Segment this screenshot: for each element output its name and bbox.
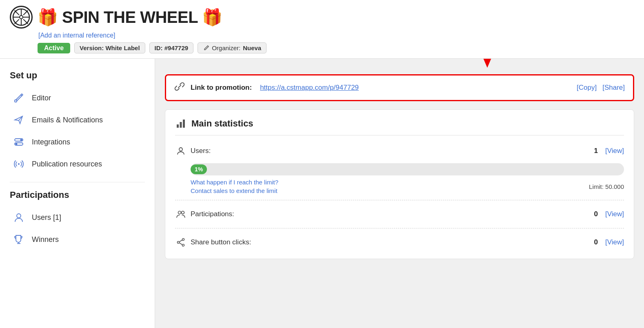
sidebar-item-label: Editor bbox=[32, 94, 51, 102]
stats-title: Main statistics bbox=[191, 118, 253, 129]
share-clicks-label: Share button clicks: bbox=[191, 238, 590, 246]
stats-divider bbox=[175, 135, 624, 135]
pencil-icon bbox=[12, 91, 25, 104]
participations-section-title: Participations bbox=[10, 190, 145, 200]
participations-section: Participations Users [1] bbox=[10, 190, 145, 250]
participations-value: 0 bbox=[594, 210, 598, 218]
organizer-tag: Organizer: Nueva bbox=[198, 42, 266, 53]
setup-section-title: Set up bbox=[10, 70, 145, 81]
sidebar-item-label: Emails & Notifications bbox=[32, 116, 103, 124]
share-clicks-value: 0 bbox=[594, 238, 598, 246]
page-title: 🎁 SPIN THE WHEEL 🎁 bbox=[38, 8, 222, 27]
svg-point-17 bbox=[17, 214, 21, 218]
progress-bar: 1% bbox=[191, 163, 624, 175]
sidebar-divider bbox=[10, 182, 145, 182]
user-stat-icon bbox=[175, 145, 187, 157]
progress-sub: What happen if I reach the limit? Contac… bbox=[191, 179, 624, 194]
svg-line-6 bbox=[15, 11, 19, 15]
header: 🎁 SPIN THE WHEEL 🎁 [Add an internal refe… bbox=[0, 0, 644, 59]
limit-label: Limit: 50.000 bbox=[589, 183, 624, 190]
svg-rect-22 bbox=[180, 122, 182, 128]
sidebar-item-integrations[interactable]: Integrations bbox=[10, 131, 145, 153]
share-button[interactable]: [Share] bbox=[602, 84, 625, 92]
id-tag: ID: #947729 bbox=[149, 42, 194, 53]
signal-icon bbox=[12, 157, 25, 171]
participations-view-btn[interactable]: [View] bbox=[605, 210, 624, 218]
main-layout: Set up Editor Emails & Notifications bbox=[0, 59, 644, 328]
sidebar-item-publication[interactable]: Publication resources bbox=[10, 153, 145, 175]
trophy-icon bbox=[12, 233, 25, 246]
users-value: 1 bbox=[594, 147, 598, 155]
version-tag: Version: White Label bbox=[74, 42, 145, 53]
stats-share-row: Share button clicks: 0 [View] bbox=[175, 234, 624, 250]
svg-point-1 bbox=[20, 16, 23, 19]
send-icon bbox=[12, 113, 25, 126]
svg-line-31 bbox=[179, 243, 182, 245]
sidebar-item-editor[interactable]: Editor bbox=[10, 87, 145, 109]
svg-line-30 bbox=[179, 240, 182, 242]
header-top: 🎁 SPIN THE WHEEL 🎁 bbox=[10, 6, 634, 29]
progress-badge: 1% bbox=[191, 164, 207, 174]
stats-dashed-divider-2 bbox=[175, 228, 624, 228]
stats-header: Main statistics bbox=[175, 118, 624, 129]
svg-point-15 bbox=[16, 143, 18, 145]
link-promo-label: Link to promotion: bbox=[191, 84, 252, 92]
participations-label: Participations: bbox=[191, 210, 590, 218]
copy-button[interactable]: [Copy] bbox=[577, 84, 597, 92]
svg-rect-10 bbox=[15, 100, 17, 102]
share-clicks-view-btn[interactable]: [View] bbox=[605, 238, 624, 246]
sidebar-item-winners[interactable]: Winners bbox=[10, 229, 145, 250]
stats-box: Main statistics Users: 1 [View] 1% bbox=[165, 109, 634, 259]
sidebar-item-users[interactable]: Users [1] bbox=[10, 207, 145, 228]
svg-rect-23 bbox=[183, 120, 185, 128]
sidebar: Set up Editor Emails & Notifications bbox=[0, 59, 155, 328]
svg-point-27 bbox=[182, 239, 184, 241]
sidebar-item-label: Publication resources bbox=[32, 160, 102, 168]
svg-point-26 bbox=[182, 211, 184, 214]
svg-line-8 bbox=[23, 11, 28, 15]
sidebar-item-label: Winners bbox=[32, 235, 59, 244]
svg-point-16 bbox=[18, 163, 20, 165]
status-badge: Active bbox=[38, 43, 70, 53]
users-label: Users: bbox=[191, 147, 590, 155]
svg-line-9 bbox=[15, 19, 19, 24]
svg-point-29 bbox=[178, 242, 180, 244]
sidebar-item-emails[interactable]: Emails & Notifications bbox=[10, 109, 145, 131]
what-happen-link[interactable]: What happen if I reach the limit? bbox=[191, 179, 278, 186]
toggles-icon bbox=[12, 135, 25, 148]
stats-dashed-divider-1 bbox=[175, 200, 624, 200]
participations-stat-icon bbox=[175, 208, 187, 220]
sidebar-item-label: Users [1] bbox=[32, 213, 61, 222]
header-meta: Active Version: White Label ID: #947729 … bbox=[38, 42, 634, 53]
stats-participations-row: Participations: 0 [View] bbox=[175, 206, 624, 222]
pencil-small-icon bbox=[203, 45, 209, 51]
progress-area: 1% What happen if I reach the limit? Con… bbox=[191, 163, 624, 194]
contact-sales-link[interactable]: Contact sales to extend the limit bbox=[191, 187, 278, 194]
link-promo-url[interactable]: https://a.cstmapp.com/p/947729 bbox=[260, 84, 359, 92]
share-stat-icon bbox=[175, 237, 187, 248]
bar-chart-icon bbox=[175, 118, 187, 129]
link-promo-box: Link to promotion: https://a.cstmapp.com… bbox=[165, 74, 634, 101]
svg-point-24 bbox=[179, 148, 182, 151]
svg-point-13 bbox=[20, 139, 22, 141]
sidebar-item-label: Integrations bbox=[32, 138, 70, 146]
link-chain-icon bbox=[174, 81, 185, 94]
user-icon bbox=[12, 211, 25, 224]
svg-marker-20 bbox=[482, 59, 492, 68]
link-actions: [Copy] [Share] bbox=[577, 84, 625, 92]
svg-point-25 bbox=[178, 211, 181, 214]
main-content: Link to promotion: https://a.cstmapp.com… bbox=[155, 59, 644, 328]
svg-rect-21 bbox=[177, 124, 179, 128]
users-view-btn[interactable]: [View] bbox=[605, 147, 624, 155]
add-reference-link[interactable]: [Add an internal reference] bbox=[38, 32, 115, 39]
svg-point-28 bbox=[182, 244, 184, 246]
wheel-logo-icon bbox=[10, 6, 33, 29]
stats-users-row: Users: 1 [View] bbox=[175, 143, 624, 159]
svg-line-7 bbox=[23, 19, 28, 24]
